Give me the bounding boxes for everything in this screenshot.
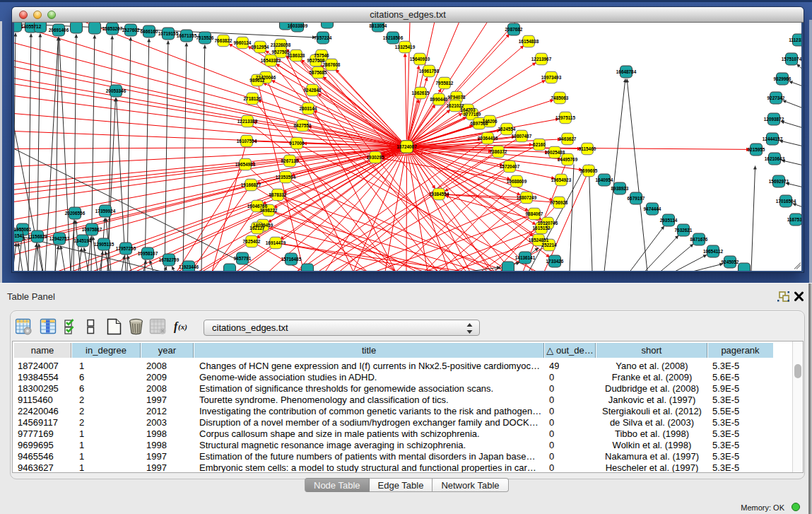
svg-text:8990448: 8990448	[430, 96, 448, 101]
svg-text:14495769: 14495769	[558, 156, 578, 161]
svg-text:16914479: 16914479	[266, 240, 286, 245]
svg-text:9884067: 9884067	[526, 211, 543, 216]
svg-text:1930295: 1930295	[367, 154, 384, 159]
svg-text:8912954: 8912954	[252, 44, 269, 49]
svg-text:2803144: 2803144	[300, 105, 317, 110]
svg-text:1167533: 1167533	[787, 216, 801, 221]
svg-text:1733426: 1733426	[546, 258, 564, 263]
svg-text:1345194: 1345194	[74, 238, 92, 243]
svg-text:10719155: 10719155	[158, 30, 179, 35]
svg-text:9960124: 9960124	[234, 40, 252, 45]
svg-text:62160: 62160	[533, 141, 546, 146]
svg-text:8471676: 8471676	[690, 236, 708, 241]
svg-text:7386372: 7386372	[490, 148, 507, 153]
svg-text:19384554: 19384554	[429, 191, 449, 196]
svg-text:9699695: 9699695	[580, 168, 598, 173]
svg-text:16961758: 16961758	[419, 68, 440, 73]
svg-text:1955061: 1955061	[14, 226, 32, 231]
svg-text:8215955: 8215955	[748, 146, 765, 151]
svg-text:989612: 989612	[249, 77, 265, 82]
svg-text:10973493: 10973493	[541, 74, 562, 79]
svg-text:16210643: 16210643	[765, 156, 785, 160]
svg-text:9756928: 9756928	[551, 199, 568, 204]
svg-text:15692971: 15692971	[769, 178, 789, 183]
svg-text:23226058: 23226058	[271, 42, 291, 47]
svg-text:9242848: 9242848	[304, 87, 322, 92]
svg-text:20364436: 20364436	[478, 135, 498, 140]
svg-text:16671355: 16671355	[177, 33, 197, 37]
svg-text:15720407: 15720407	[500, 163, 520, 168]
svg-text:8878332: 8878332	[269, 192, 287, 197]
svg-text:7955812: 7955812	[436, 80, 454, 85]
svg-text:7485063: 7485063	[551, 95, 569, 100]
svg-text:7357224: 7357224	[314, 35, 332, 40]
svg-text:18807249: 18807249	[517, 194, 537, 199]
svg-text:757546: 757546	[314, 52, 329, 57]
svg-text:1362615: 1362615	[412, 90, 430, 95]
svg-text:391541: 391541	[14, 233, 25, 238]
svg-text:12975115: 12975115	[555, 115, 576, 119]
svg-text:12905135: 12905135	[94, 241, 114, 246]
svg-text:9329966: 9329966	[774, 76, 792, 81]
svg-text:16033809: 16033809	[288, 23, 308, 28]
svg-text:9115460: 9115460	[579, 146, 596, 151]
svg-text:10654112: 10654112	[703, 248, 724, 253]
svg-text:11156829: 11156829	[28, 233, 47, 238]
svg-text:10688609: 10688609	[507, 178, 527, 183]
svg-text:8186328: 8186328	[288, 52, 305, 57]
svg-text:(x): (x)	[178, 322, 187, 332]
svg-text:12093872: 12093872	[764, 116, 784, 121]
svg-text:20206556: 20206556	[65, 210, 86, 215]
svg-text:16107554: 16107554	[237, 138, 257, 143]
svg-text:10975867: 10975867	[82, 226, 102, 231]
svg-text:19654983: 19654983	[235, 161, 256, 166]
svg-text:252214: 252214	[541, 242, 557, 247]
svg-text:10025488: 10025488	[545, 149, 565, 154]
svg-text:9227342: 9227342	[767, 95, 785, 100]
svg-text:162127: 162127	[249, 225, 265, 230]
svg-text:17016504: 17016504	[776, 198, 796, 203]
svg-text:1615152: 1615152	[533, 225, 551, 230]
svg-text:16154838: 16154838	[519, 38, 539, 43]
svg-text:3624554: 3624554	[498, 126, 516, 131]
svg-text:18724007: 18724007	[396, 144, 417, 148]
svg-text:11923446: 11923446	[179, 264, 199, 269]
svg-text:6679197: 6679197	[628, 195, 645, 200]
svg-text:1527602: 1527602	[122, 27, 140, 32]
svg-text:16648784: 16648784	[616, 69, 637, 74]
svg-text:10853267: 10853267	[102, 25, 123, 30]
svg-text:9245052: 9245052	[722, 259, 739, 264]
svg-text:7632621: 7632621	[675, 227, 693, 232]
svg-text:10120746: 10120746	[538, 220, 558, 225]
svg-text:8427552: 8427552	[294, 122, 312, 127]
svg-text:16782759: 16782759	[159, 257, 180, 262]
svg-text:2935114: 2935114	[660, 217, 678, 222]
svg-text:12942757: 12942757	[49, 235, 70, 240]
svg-text:9457791: 9457791	[234, 255, 252, 260]
svg-text:17359924: 17359924	[95, 208, 116, 213]
svg-text:1640954: 1640954	[596, 177, 613, 182]
svg-text:19218506: 19218506	[383, 35, 404, 40]
svg-text:12213389: 12213389	[237, 118, 258, 123]
svg-text:10807487: 10807487	[512, 133, 532, 138]
svg-text:746206: 746206	[482, 118, 498, 123]
svg-text:12353594: 12353594	[276, 174, 296, 179]
svg-text:8267130: 8267130	[281, 158, 299, 163]
svg-text:19654923: 19654923	[551, 177, 572, 182]
svg-text:14055712: 14055712	[21, 23, 42, 28]
svg-text:2087682: 2087682	[505, 26, 523, 31]
svg-text:2867608: 2867608	[323, 62, 341, 66]
svg-text:7625402: 7625402	[243, 238, 261, 243]
svg-text:8938923: 8938923	[611, 185, 629, 190]
svg-text:2718126: 2718126	[244, 95, 261, 100]
svg-text:7663822: 7663822	[215, 37, 233, 42]
svg-text:18524851: 18524851	[529, 237, 549, 242]
svg-text:9463627: 9463627	[559, 136, 577, 141]
svg-text:9474444: 9474444	[644, 206, 661, 211]
svg-text:20691406: 20691406	[49, 27, 69, 32]
svg-text:14136141: 14136141	[515, 255, 536, 259]
svg-text:12213967: 12213967	[531, 56, 552, 61]
svg-text:3498222: 3498222	[260, 207, 278, 212]
svg-text:19166827: 19166827	[241, 182, 261, 187]
svg-text:5875685: 5875685	[310, 69, 327, 74]
